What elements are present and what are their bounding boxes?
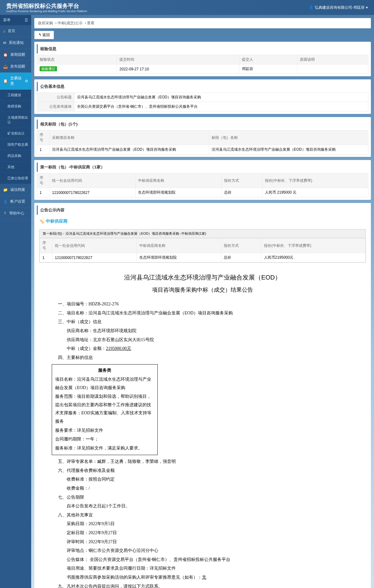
subnav-land[interactable]: 土地使用权出让 [0, 112, 31, 128]
sidebar: 菜单 ☰ ⌂首页 ✉系统通知 ⏰逾期提醒 📤发布提醒 📋交易信息⊖ 工程建设 政… [0, 15, 31, 588]
clock-icon: ⏰ [3, 53, 8, 57]
subnav-other[interactable]: 其他 [0, 162, 31, 173]
doc-subtitle: 项目咨询服务采购中标（成交）结果公告 [49, 285, 356, 295]
content-area: 政府采购 › 中标(成交)公示 › 查看 ↰ 返回 核验信息 核验状态 提交时间… [31, 15, 374, 588]
table-row: 核验通过 2022-09-27 17:10 邓廷容 [37, 64, 368, 74]
announcement-document: 沿河县乌江流域水生态环境治理与产业融合发展（EOD） 项目咨询服务采购中标（成交… [37, 265, 368, 588]
subnav-property[interactable]: 国有产权交易 [0, 139, 31, 150]
panel-related: 相关标段（包）(1个) 序号采购项目名称标段（包）名称 1沿河县乌江流域水生态环… [34, 117, 371, 157]
nested-header: 第一标段(包)：沿河县乌江流域水生态环境治理与产业融合发展（EOD）项目咨询服务… [40, 229, 366, 238]
related-table: 序号采购项目名称标段（包）名称 1沿河县乌江流域水生态环境治理与产业融合发展（E… [37, 130, 368, 154]
status-badge: 核验通过 [40, 66, 57, 71]
nav-notice[interactable]: ✉系统通知 [0, 37, 31, 49]
user-menu[interactable]: 👤 弘典建设咨询有限公司-邓廷容 ▾ [309, 5, 368, 10]
nav-credit[interactable]: 📁诚信档案 [0, 184, 31, 196]
home-icon: ⌂ [3, 29, 5, 33]
table-row: 1沿河县乌江流域水生态环境治理与产业融合发展（EOD）项目咨询服务采购沿河县乌江… [37, 145, 368, 154]
panel-title: 公告公示内容 [37, 205, 368, 215]
subnav-mining[interactable]: 矿业权出让 [0, 128, 31, 139]
app-title: 贵州省招标投标公共服务平台 [6, 2, 87, 10]
panel-title: 相关标段（包）(1个) [37, 120, 368, 129]
trade-icon: 📋 [3, 79, 8, 83]
chevron-down-icon: ▾ [366, 5, 368, 10]
publish-icon: 📤 [3, 64, 8, 69]
panel-content: 公告公示内容 🏷️ 中标供应商 第一标段(包)：沿河县乌江流域水生态环境治理与产… [34, 203, 371, 588]
menu-toggle-icon[interactable]: ☰ [25, 18, 28, 22]
user-icon: 👤 [309, 5, 314, 10]
collapse-icon: ⊖ [25, 79, 28, 83]
nav-overdue[interactable]: ⏰逾期提醒 [0, 49, 31, 61]
sub-nav: 工程建设 政府采购 土地使用权出让 矿业权出让 国有产权交易 药品采购 其他 已… [0, 90, 31, 184]
supplier-badge-title: 🏷️ 中标供应商 [37, 216, 368, 227]
back-button[interactable]: ↰ 返回 [34, 31, 54, 39]
tag-icon: 🏷️ [39, 219, 45, 224]
panel-verify: 核验信息 核验状态 提交时间 提交人 原因说明 核验通过 2022-09-27 … [34, 42, 371, 76]
app-header: 贵州省招标投标公共服务平台 GuiZhou Province Tendering… [0, 0, 374, 15]
mail-icon: ✉ [3, 41, 6, 45]
breadcrumb: 政府采购 › 中标(成交)公示 › 查看 [34, 18, 371, 28]
crumb-1[interactable]: 中标(成交)公示 [58, 21, 83, 25]
doc-title: 沿河县乌江流域水生态环境治理与产业融合发展（EOD） [49, 271, 356, 283]
subnav-drug[interactable]: 药品采购 [0, 150, 31, 162]
nested-supplier-panel: 第一标段(包)：沿河县乌江流域水生态环境治理与产业融合发展（EOD）项目咨询服务… [39, 229, 366, 263]
sidebar-header: 菜单 ☰ [0, 15, 31, 25]
verify-table: 核验状态 提交时间 提交人 原因说明 核验通过 2022-09-27 17:10… [37, 55, 368, 74]
nav-trade[interactable]: 📋交易信息⊖ [0, 73, 31, 90]
menu-label: 菜单 [3, 17, 11, 23]
subnav-published[interactable]: 已发公告处理 [0, 173, 31, 184]
nav-publish[interactable]: 📤发布提醒 [0, 61, 31, 73]
nav-account[interactable]: 👤帐户设置 [0, 196, 31, 208]
table-row: 公告标题沿河县乌江流域水生态环境治理与产业融合发展（EOD）项目咨询服务采购 [37, 93, 368, 102]
table-row: 1121000007178022627生态环境部环境规划院总价人民币 21950… [37, 188, 368, 197]
crumb-0[interactable]: 政府采购 [38, 21, 53, 25]
nested-table: 序号统一社会信用代码中标供应商名称报价方式报价(中标价、下浮率或费率) 1121… [40, 238, 366, 262]
app-subtitle: GuiZhou Province Tendering and Bidding P… [6, 10, 87, 13]
crumb-2: 查看 [87, 21, 94, 25]
service-info-box: 服务类 项目名称：沿河县乌江流域水生态环境治理与产业融合发展（EOD）项目咨询服… [52, 364, 158, 455]
panel-title: 第一标段（包）-中标供应商（1家） [37, 162, 368, 172]
panel-title: 公告基本信息 [37, 82, 368, 91]
basic-table: 公告标题沿河县乌江流域水生态环境治理与产业融合发展（EOD）项目咨询服务采购 公… [37, 92, 368, 111]
table-row: 公告发布媒体全国公共资源交易平台（贵州省·铜仁市）、贵州省招标投标公共服务平台 [37, 102, 368, 111]
file-icon: 📁 [3, 188, 8, 192]
supplier-table: 序号统一社会信用代码中标供应商名称报价方式报价(中标价、下浮率或费率) 1121… [37, 173, 368, 197]
nav-help[interactable]: ？帮助中心 [0, 208, 31, 219]
subnav-gov[interactable]: 政府采购 [0, 101, 31, 112]
panel-basic: 公告基本信息 公告标题沿河县乌江流域水生态环境治理与产业融合发展（EOD）项目咨… [34, 79, 371, 114]
subnav-construction[interactable]: 工程建设 [0, 90, 31, 101]
panel-supplier: 第一标段（包）-中标供应商（1家） 序号统一社会信用代码中标供应商名称报价方式报… [34, 160, 371, 200]
user-icon: 👤 [3, 200, 8, 204]
table-row: 1121000007178022627生态环境部环境规划院总价人民币219500… [40, 253, 366, 262]
help-icon: ？ [3, 211, 7, 216]
panel-title: 核验信息 [37, 44, 368, 54]
nav-home[interactable]: ⌂首页 [0, 25, 31, 37]
user-name: 弘典建设咨询有限公司-邓廷容 [315, 5, 365, 10]
